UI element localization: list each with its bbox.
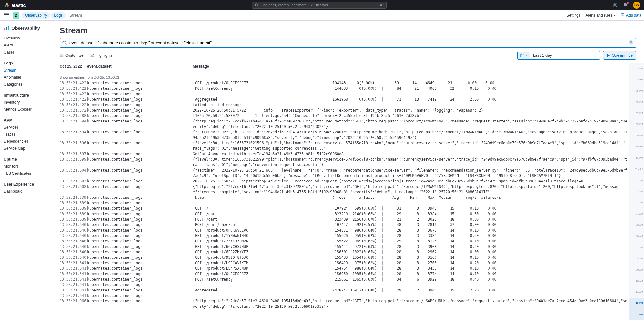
log-row[interactable]: 13:50:21.641kubernetes.container_logs GE… [60, 271, 629, 277]
log-row[interactable]: 13:50:21.572kubernetes.container_logs202… [60, 108, 629, 113]
sidebar-title[interactable]: Observability [3, 24, 49, 32]
log-row[interactable]: 13:50:21.641kubernetes.container_logs PO… [60, 277, 629, 282]
minimap-tick[interactable]: 11 PM [629, 152, 644, 164]
minimap-tick[interactable]: 10 AM [629, 275, 644, 287]
log-row[interactable]: 13:50:21.422kubernetes.container_logs Ag… [60, 97, 629, 102]
sidebar-item-inventory[interactable]: Inventory [3, 99, 49, 106]
minimap-tick[interactable]: 02 AM [629, 186, 644, 197]
log-row[interactable]: 13:50:21.588kubernetes.container_logsI10… [60, 113, 629, 119]
log-row[interactable]: 13:50:21.640kubernetes.container_logs GE… [60, 228, 629, 233]
minimap-tick[interactable]: 08 PM [629, 119, 644, 130]
customize-button[interactable]: Customize [60, 53, 84, 58]
minimap-tick[interactable]: 10 PM [629, 141, 644, 152]
query-bar[interactable] [60, 38, 636, 48]
calendar-icon[interactable]: ▾ [518, 52, 530, 59]
log-row[interactable]: 13:50:21.639kubernetes.container_logs Na… [60, 195, 629, 200]
sidebar-item-metrics-explorer[interactable]: Metrics Explorer [3, 106, 49, 113]
date-picker[interactable]: ▾ Last 1 day [517, 51, 600, 60]
sidebar-item-tls-certificates[interactable]: TLS Certificates [3, 170, 49, 177]
global-search[interactable]: Find apps, content, and more. Ex: Discov… [252, 2, 387, 9]
log-row[interactable]: 13:50:21.641kubernetes.container_logs [60, 293, 629, 299]
sidebar-item-traces[interactable]: Traces [3, 131, 49, 138]
sidebar-item-anomalies[interactable]: Anomalies [3, 74, 49, 81]
log-row[interactable]: 13:50:21.639kubernetes.container_logs GE… [60, 211, 629, 217]
minimap-tick[interactable]: 05 PM [629, 85, 644, 97]
log-row[interactable]: 13:50:21.640kubernetes.container_logs GE… [60, 249, 629, 255]
minimap-tick[interactable]: 12 PM [629, 298, 644, 309]
sidebar-item-dashboard[interactable]: Dashboard [3, 188, 49, 195]
log-row[interactable]: 13:50:21.608kubernetes.container_logs{"h… [60, 184, 629, 195]
log-row[interactable]: 13:50:21.594kubernetes.container_logs{"h… [60, 119, 629, 130]
log-row[interactable]: 13:50:21.604kubernetes.container_logs{"a… [60, 168, 629, 179]
minimap-tick[interactable]: 08 AM [629, 253, 644, 264]
minimap-tick[interactable]: 06 PM [629, 97, 644, 108]
minimap-tick[interactable]: Tue 25 [629, 164, 644, 175]
nav-toggle[interactable] [3, 11, 10, 20]
settings-link[interactable]: Settings [567, 13, 580, 18]
minimap-tick[interactable]: 04 AM [629, 208, 644, 219]
log-row[interactable]: 13:50:21.966kubernetes.container_logs{"h… [60, 299, 629, 309]
log-row[interactable]: 13:50:21.641kubernetes.container_logs Ag… [60, 288, 629, 293]
minimap-tick[interactable]: 03 AM [629, 197, 644, 208]
log-message: 2022-10-25 20:50:21 - hipstershop.AdServ… [193, 179, 629, 184]
log-row[interactable]: 13:50:21.641kubernetes.container_logs GE… [60, 260, 629, 266]
sidebar-item-alerts[interactable]: Alerts [3, 42, 49, 49]
minimap-tick[interactable]: 04 PM [629, 74, 644, 85]
log-dataset: kubernetes.container_logs [87, 97, 193, 102]
log-row[interactable]: 13:50:21.639kubernetes.container_logs---… [60, 200, 629, 206]
minimap-tick[interactable]: 01 AM [629, 175, 644, 186]
minimap-tick[interactable]: 07 AM [629, 242, 644, 253]
add-data-link[interactable]: Add data [620, 13, 641, 18]
log-row[interactable]: 13:50:21.422kubernetes.container_logs---… [60, 91, 629, 97]
log-row[interactable]: 13:50:21.422kubernetes.container_logsfai… [60, 102, 629, 108]
sidebar-item-monitors[interactable]: Monitors [3, 163, 49, 170]
log-row[interactable]: 13:50:21.640kubernetes.container_logs GE… [60, 233, 629, 239]
log-row[interactable]: 13:50:21.639kubernetes.container_logs GE… [60, 206, 629, 211]
log-minimap[interactable]: 03 PM04 PM05 PM06 PM07 PM08 PM09 PM10 PM… [629, 63, 644, 320]
clear-query-icon[interactable] [628, 40, 633, 46]
minimap-tick[interactable]: 01 PM [629, 309, 644, 320]
minimap-tick[interactable]: 09 AM [629, 264, 644, 275]
breadcrumb-observability[interactable]: Observability [22, 12, 50, 19]
sidebar-item-stream[interactable]: Stream [3, 67, 49, 74]
user-avatar[interactable]: BS [633, 2, 640, 9]
log-row[interactable]: 13:50:21.599kubernetes.container_logs{"l… [60, 157, 629, 168]
log-row[interactable]: 13:50:21.422kubernetes.container_logs GE… [60, 80, 629, 86]
breadcrumb-logs[interactable]: Logs [51, 12, 66, 19]
alerts-rules-dropdown[interactable]: Alerts and rules ▾ [586, 13, 615, 18]
sidebar-item-cases[interactable]: Cases [3, 49, 49, 56]
log-row[interactable]: 13:50:21.640kubernetes.container_logs PO… [60, 222, 629, 228]
side-nav: Observability OverviewAlertsCases LogsSt… [0, 21, 52, 320]
space-selector[interactable]: D [13, 12, 19, 19]
minimap-tick[interactable]: 05 AM [629, 219, 644, 231]
query-input[interactable] [69, 40, 626, 45]
log-row[interactable]: 13:50:21.640kubernetes.container_logs GE… [60, 244, 629, 249]
log-row[interactable]: 13:50:21.641kubernetes.container_logs---… [60, 282, 629, 288]
log-row[interactable]: 13:50:21.594kubernetes.container_logs{"c… [60, 130, 629, 140]
stream-live-button[interactable]: Stream live [603, 51, 636, 60]
sidebar-item-service-map[interactable]: Service Map [3, 145, 49, 152]
log-row[interactable]: 13:50:21.597kubernetes.container_logsGet… [60, 151, 629, 157]
sidebar-item-dependencies[interactable]: Dependencies [3, 138, 49, 145]
minimap-tick[interactable]: 07 PM [629, 108, 644, 119]
sidebar-item-overview[interactable]: Overview [3, 35, 49, 42]
date-range-display[interactable]: Last 1 day [530, 51, 600, 59]
log-row[interactable]: 13:50:21.640kubernetes.container_logs GE… [60, 255, 629, 260]
log-timestamp: 13:50:21.641 [60, 277, 87, 282]
sidebar-item-categories[interactable]: Categories [3, 81, 49, 88]
log-row[interactable]: 13:50:21.596kubernetes.container_logs{"l… [60, 140, 629, 151]
highlights-button[interactable]: Highlights [90, 53, 113, 58]
minimap-tick[interactable]: 03 PM [629, 63, 644, 74]
log-row[interactable]: 13:50:21.641kubernetes.container_logs GE… [60, 266, 629, 271]
help-icon[interactable] [613, 3, 618, 8]
log-row[interactable]: 13:50:21.422kubernetes.container_logs PO… [60, 86, 629, 91]
log-row[interactable]: 13:50:21.639kubernetes.container_logs PO… [60, 217, 629, 222]
minimap-tick[interactable]: 11 AM [629, 287, 644, 298]
log-row[interactable]: 13:50:21.640kubernetes.container_logs GE… [60, 239, 629, 244]
minimap-tick[interactable]: 09 PM [629, 130, 644, 141]
sidebar-item-services[interactable]: Services [3, 124, 49, 131]
log-row[interactable]: 13:50:21.607kubernetes.container_logs202… [60, 179, 629, 184]
newsfeed-icon[interactable] [623, 3, 628, 8]
brand-logo[interactable]: elastic [4, 2, 26, 8]
minimap-tick[interactable]: 06 AM [629, 231, 644, 242]
